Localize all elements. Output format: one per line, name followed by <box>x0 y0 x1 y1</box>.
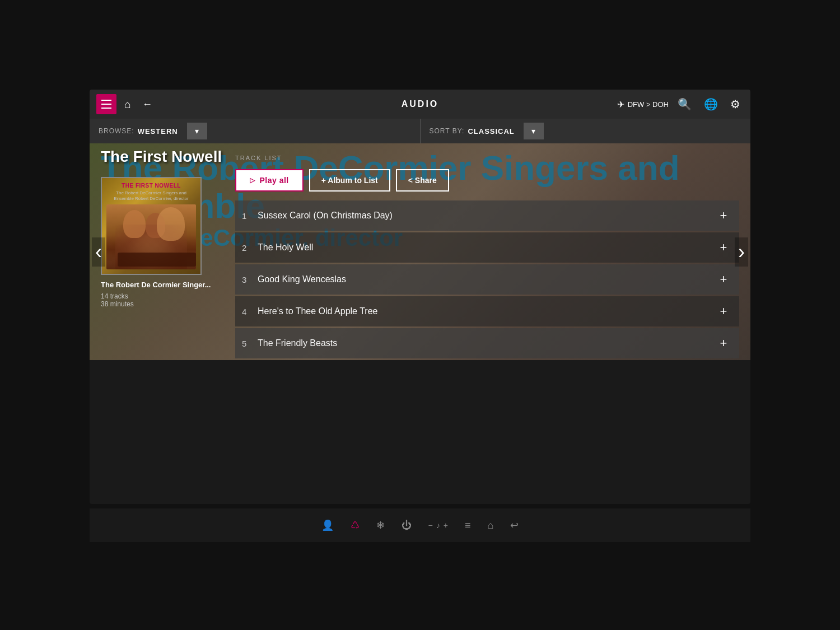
status-return-icon[interactable]: ↩ <box>510 519 519 531</box>
next-album-button[interactable]: › <box>735 237 748 267</box>
album-title: The First Nowell <box>101 148 222 166</box>
main-screen: ⌂ ← AUDIO ✈ DFW > DOH 🔍 🌐 ⚙ BROWSE: WEST… <box>90 90 750 504</box>
play-all-button[interactable]: ▷ Play all <box>235 169 304 192</box>
track-title: The Friendly Beasts <box>258 338 715 348</box>
track-number: 5 <box>242 339 258 348</box>
track-add-button[interactable]: + <box>715 208 732 223</box>
browse-dropdown[interactable]: ▾ <box>187 123 207 139</box>
track-row[interactable]: 1 Sussex Carol (On Christmas Day) + <box>235 200 739 231</box>
play-icon: ▷ <box>250 176 255 184</box>
volume-up-icon[interactable]: + <box>444 521 448 530</box>
share-button[interactable]: < Share <box>396 169 449 192</box>
album-to-list-button[interactable]: + Album to List <box>309 169 390 192</box>
flight-route: DFW > DOH <box>628 100 669 109</box>
track-number: 2 <box>242 243 258 253</box>
cover-title: THE FIRST NOWELL <box>122 183 181 189</box>
track-row[interactable]: 5 The Friendly Beasts + <box>235 328 739 358</box>
volume-down-icon[interactable]: − <box>428 521 433 530</box>
search-icon[interactable]: 🔍 <box>674 95 695 113</box>
status-bar: 👤 ♺ ❄ ⏻ − ♪ + ≡ ⌂ ↩ <box>90 508 750 542</box>
nav-bar: ⌂ ← AUDIO ✈ DFW > DOH 🔍 🌐 ⚙ <box>90 90 750 119</box>
track-number: 4 <box>242 307 258 316</box>
track-row[interactable]: 2 The Holy Well + <box>235 232 739 263</box>
track-add-button[interactable]: + <box>715 272 732 287</box>
track-add-button[interactable]: + <box>715 240 732 255</box>
track-title: The Holy Well <box>258 242 715 253</box>
nav-left: ⌂ ← <box>96 94 156 114</box>
status-power-icon[interactable]: ⏻ <box>402 520 412 531</box>
track-row[interactable]: 3 Good King Wenceslas + <box>235 264 739 295</box>
track-title: Good King Wenceslas <box>258 274 715 284</box>
menu-button[interactable] <box>96 94 116 114</box>
page-title: AUDIO <box>402 99 439 109</box>
main-content: The Robert DeCormier Singers and Ensembl… <box>90 143 750 360</box>
album-duration: 38 minutes <box>101 300 224 308</box>
album-list-label: + Album to List <box>321 176 378 185</box>
track-title: Here's to Thee Old Apple Tree <box>258 306 715 316</box>
track-list-panel: TRACK LIST ▷ Play all + Album to List < … <box>224 155 739 360</box>
share-label: < Share <box>408 176 437 185</box>
sort-label: SORT BY: <box>430 127 465 135</box>
cover-image <box>106 204 196 269</box>
track-row[interactable]: 4 Here's to Thee Old Apple Tree + <box>235 296 739 326</box>
browse-section: BROWSE: WESTERN ▾ <box>90 119 420 143</box>
flight-info: ✈ DFW > DOH <box>617 99 669 110</box>
browse-label: BROWSE: <box>99 127 134 135</box>
track-number: 1 <box>242 211 258 221</box>
track-number: 3 <box>242 275 258 284</box>
album-cover: THE FIRST NOWELL The Robert DeCormier Si… <box>101 177 202 275</box>
settings-icon[interactable]: ⚙ <box>727 95 744 113</box>
status-person-icon[interactable]: 👤 <box>321 519 334 531</box>
volume-controls: − ♪ + <box>428 521 448 530</box>
album-meta: The Robert De Cormier Singer... 14 track… <box>101 281 224 308</box>
cover-subtitle: The Robert DeCormier Singers and Ensembl… <box>106 190 196 202</box>
track-add-button[interactable]: + <box>715 304 732 319</box>
filter-bar: BROWSE: WESTERN ▾ SORT BY: CLASSICAL ▾ <box>90 119 750 143</box>
track-title: Sussex Carol (On Christmas Day) <box>258 211 715 221</box>
play-all-label: Play all <box>260 176 289 185</box>
home-icon[interactable]: ⌂ <box>121 96 134 113</box>
sort-dropdown[interactable]: ▾ <box>524 123 544 139</box>
album-cover-container: THE FIRST NOWELL The Robert DeCormier Si… <box>101 177 224 308</box>
action-buttons: ▷ Play all + Album to List < Share <box>235 169 739 192</box>
album-sidebar: The First Nowell THE FIRST NOWELL The Ro… <box>101 155 224 360</box>
status-snowflake-icon[interactable]: ❄ <box>376 519 385 531</box>
volume-icon: ♪ <box>436 521 440 530</box>
status-music-icon[interactable]: ♺ <box>351 519 360 531</box>
plane-icon: ✈ <box>617 99 624 110</box>
sort-section: SORT BY: CLASSICAL ▾ <box>421 119 751 143</box>
tracklist-label: TRACK LIST <box>235 155 739 161</box>
browse-value: WESTERN <box>138 127 178 136</box>
prev-album-button[interactable]: ‹ <box>92 237 105 267</box>
nav-right: ✈ DFW > DOH 🔍 🌐 ⚙ <box>617 95 744 113</box>
album-artist: The Robert De Cormier Singer... <box>101 281 224 290</box>
album-tracks: 14 tracks <box>101 292 224 300</box>
status-list-icon[interactable]: ≡ <box>465 520 471 531</box>
track-add-button[interactable]: + <box>715 336 732 351</box>
globe-icon[interactable]: 🌐 <box>701 95 721 113</box>
track-list: 1 Sussex Carol (On Christmas Day) + 2 Th… <box>235 200 739 358</box>
status-home-icon[interactable]: ⌂ <box>488 520 494 531</box>
content-panel: The First Nowell THE FIRST NOWELL The Ro… <box>90 143 750 360</box>
back-icon[interactable]: ← <box>139 96 156 113</box>
sort-value: CLASSICAL <box>468 127 514 136</box>
